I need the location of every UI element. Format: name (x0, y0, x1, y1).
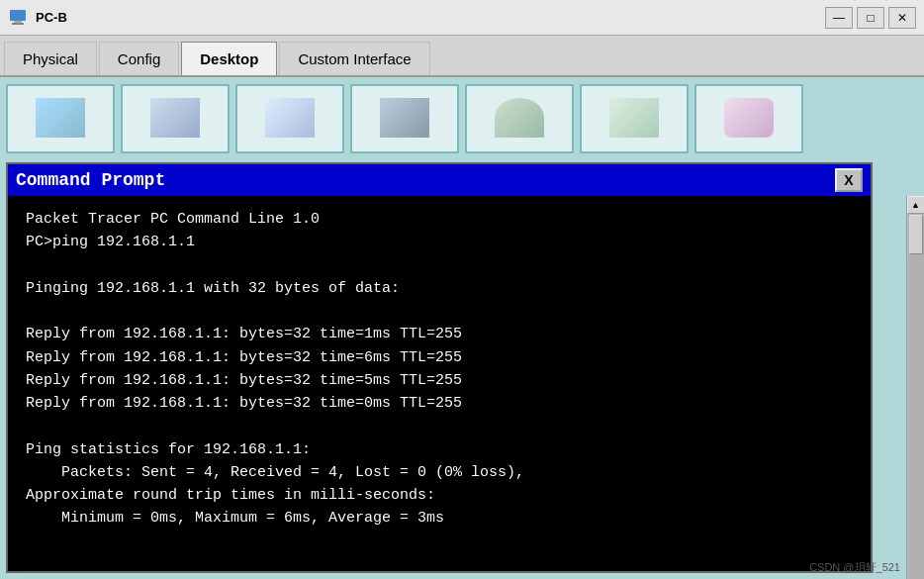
tab-config[interactable]: Config (99, 42, 179, 75)
icon-box-7[interactable] (694, 84, 803, 153)
tab-bar: Physical Config Desktop Custom Interface (0, 36, 924, 77)
cmd-content[interactable]: Packet Tracer PC Command Line 1.0 PC>pin… (8, 196, 871, 567)
tab-physical[interactable]: Physical (4, 42, 97, 75)
minimize-button[interactable]: — (825, 7, 853, 29)
cmd-title: Command Prompt (16, 170, 165, 190)
icon-strip (6, 83, 918, 154)
close-button[interactable]: ✕ (888, 7, 916, 29)
title-bar: PC-B — □ ✕ (0, 0, 924, 36)
tab-desktop[interactable]: Desktop (181, 42, 277, 75)
icon-box-5[interactable] (465, 84, 574, 153)
icon-box-6[interactable] (580, 84, 689, 153)
watermark: CSDN @玥轩_521 (809, 560, 900, 575)
title-bar-left: PC-B (8, 8, 67, 28)
main-area: Command Prompt X Packet Tracer PC Comman… (0, 77, 924, 579)
scroll-up-button[interactable]: ▲ (907, 196, 925, 214)
maximize-button[interactable]: □ (857, 7, 884, 29)
svg-rect-1 (14, 21, 22, 23)
scroll-thumb[interactable] (909, 215, 923, 254)
cmd-close-button[interactable]: X (835, 168, 863, 192)
icon-box-3[interactable] (235, 84, 344, 153)
window-title: PC-B (36, 10, 67, 25)
command-prompt-window: Command Prompt X Packet Tracer PC Comman… (6, 162, 873, 573)
icon-box-1[interactable] (6, 84, 115, 153)
icon-box-2[interactable] (121, 84, 230, 153)
cmd-titlebar: Command Prompt X (8, 164, 871, 196)
svg-rect-0 (10, 10, 26, 21)
scroll-track[interactable] (908, 214, 924, 579)
app-icon (8, 8, 28, 28)
icon-box-4[interactable] (350, 84, 459, 153)
scrollbar[interactable]: ▲ ▼ (906, 196, 924, 579)
window-controls: — □ ✕ (825, 7, 916, 29)
svg-rect-2 (12, 23, 24, 25)
tab-custom-interface[interactable]: Custom Interface (279, 42, 429, 75)
